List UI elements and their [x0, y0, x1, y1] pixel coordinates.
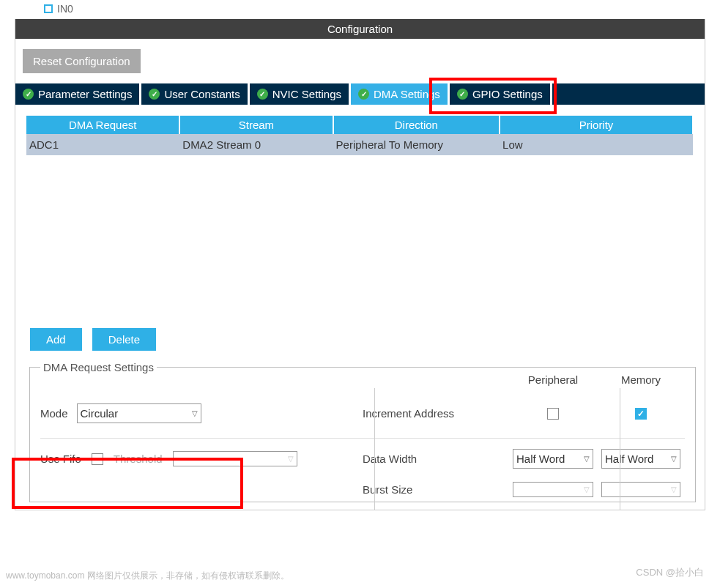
check-icon: ✓ [257, 89, 268, 100]
check-icon: ✓ [457, 89, 468, 100]
burst-size-label: Burst Size [363, 483, 509, 496]
table-header-row: DMA Request Stream Direction Priority [26, 116, 693, 134]
chevron-down-icon: ▽ [288, 455, 294, 463]
increment-address-label: Increment Address [363, 407, 509, 420]
col-header-memory: Memory [597, 373, 685, 386]
tab-label: Parameter Settings [38, 88, 132, 100]
tab-label: User Constants [164, 88, 240, 100]
data-width-memory-select[interactable]: Half Word ▽ [601, 449, 680, 469]
checkbox-icon [44, 4, 53, 13]
mode-value: Circular [81, 407, 119, 420]
data-width-peripheral-select[interactable]: Half Word ▽ [513, 449, 593, 469]
use-fifo-checkbox[interactable] [92, 453, 103, 465]
separator [620, 388, 620, 510]
use-fifo-label: Use Fifo [40, 453, 81, 465]
threshold-label: Threshold [114, 453, 163, 465]
burst-memory-select[interactable]: ▽ [601, 482, 680, 497]
col-direction[interactable]: Direction [333, 116, 500, 134]
configuration-panel: Configuration Reset Configuration ✓ Para… [15, 19, 705, 510]
tab-label: GPIO Settings [472, 88, 543, 100]
tab-content: DMA Request Stream Direction Priority AD… [15, 105, 705, 510]
tree-item-partial: IN0 [44, 3, 720, 15]
add-button[interactable]: Add [30, 328, 82, 351]
separator [374, 388, 375, 510]
chevron-down-icon: ▽ [671, 455, 677, 463]
tab-bar: ✓ Parameter Settings ✓ User Constants ✓ … [15, 83, 705, 105]
tree-item-label: IN0 [57, 3, 73, 15]
tab-label: NVIC Settings [272, 88, 341, 100]
threshold-select[interactable]: ▽ [173, 451, 297, 466]
data-width-label: Data Width [363, 453, 509, 465]
chevron-down-icon: ▽ [671, 485, 677, 494]
dma-request-settings: DMA Request Settings Peripheral Memory M… [29, 361, 696, 502]
table-buttons: Add Delete [30, 328, 694, 351]
cell-priority: Low [500, 134, 693, 155]
fieldset-legend: DMA Request Settings [40, 361, 157, 373]
check-icon: ✓ [149, 89, 160, 100]
tab-nvic-settings[interactable]: ✓ NVIC Settings [250, 83, 351, 105]
cell-direction: Peripheral To Memory [333, 134, 500, 155]
cell-request: ADC1 [26, 134, 179, 155]
cell-stream: DMA2 Stream 0 [179, 134, 333, 155]
check-icon: ✓ [358, 89, 369, 100]
select-value: Half Word [516, 453, 565, 465]
mode-label: Mode [40, 407, 68, 420]
chevron-down-icon: ▽ [584, 455, 590, 463]
col-dma-request[interactable]: DMA Request [26, 116, 179, 134]
col-priority[interactable]: Priority [500, 116, 693, 134]
dma-table-region: DMA Request Stream Direction Priority AD… [26, 116, 694, 328]
tab-parameter-settings[interactable]: ✓ Parameter Settings [15, 83, 141, 105]
chevron-down-icon: ▽ [192, 409, 198, 417]
increment-memory-checkbox[interactable]: ✓ [635, 408, 647, 420]
check-icon: ✓ [23, 89, 34, 100]
chevron-down-icon: ▽ [584, 485, 590, 494]
select-value: Half Word [605, 453, 653, 465]
col-stream[interactable]: Stream [179, 116, 333, 134]
tab-label: DMA Settings [374, 88, 440, 100]
burst-peripheral-select[interactable]: ▽ [513, 482, 593, 497]
tab-dma-settings[interactable]: ✓ DMA Settings [351, 83, 450, 105]
table-row[interactable]: ADC1 DMA2 Stream 0 Peripheral To Memory … [26, 134, 693, 155]
tab-gpio-settings[interactable]: ✓ GPIO Settings [450, 83, 552, 105]
delete-button[interactable]: Delete [92, 328, 156, 351]
toolbar: Reset Configuration [15, 39, 705, 83]
tab-user-constants[interactable]: ✓ User Constants [141, 83, 249, 105]
dma-table: DMA Request Stream Direction Priority AD… [26, 116, 694, 155]
increment-peripheral-checkbox[interactable] [547, 408, 559, 420]
mode-select[interactable]: Circular ▽ [77, 403, 201, 423]
panel-title: Configuration [15, 19, 705, 39]
col-header-peripheral: Peripheral [509, 373, 597, 386]
reset-configuration-button[interactable]: Reset Configuration [23, 49, 141, 73]
